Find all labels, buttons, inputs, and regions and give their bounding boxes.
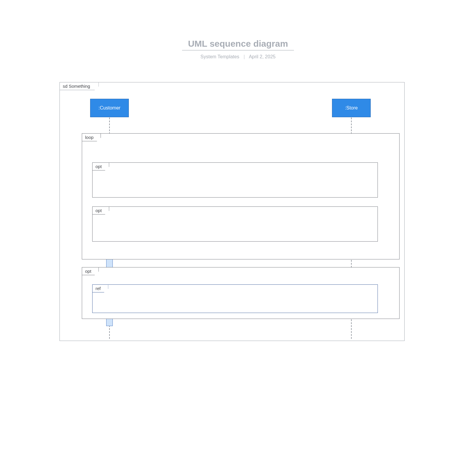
ref-frame: ref [92, 284, 378, 313]
page-subtitle: System Templates | April 2, 2025 [0, 54, 476, 60]
opt-frame-1: opt [92, 162, 378, 198]
divider: | [244, 54, 245, 59]
actor-store: :Store [332, 99, 371, 117]
category-label: System Templates [201, 54, 239, 59]
sd-frame-label: sd Something [60, 82, 99, 90]
opt-frame-2: opt [92, 206, 378, 242]
header: UML sequence diagram System Templates | … [0, 39, 476, 60]
opt-frame-3-label: opt [82, 267, 99, 275]
loop-frame-label: loop [82, 133, 101, 141]
ref-frame-label: ref [92, 284, 108, 292]
actor-store-label: :Store [345, 105, 358, 111]
date-label: April 2, 2025 [249, 54, 275, 59]
actor-customer: :Customer [90, 99, 129, 117]
diagram-canvas: UML sequence diagram System Templates | … [0, 0, 476, 476]
actor-customer-label: :Customer [98, 105, 120, 111]
opt-frame-1-label: opt [92, 162, 109, 170]
opt-frame-2-label: opt [92, 206, 109, 214]
page-title: UML sequence diagram [182, 39, 294, 51]
